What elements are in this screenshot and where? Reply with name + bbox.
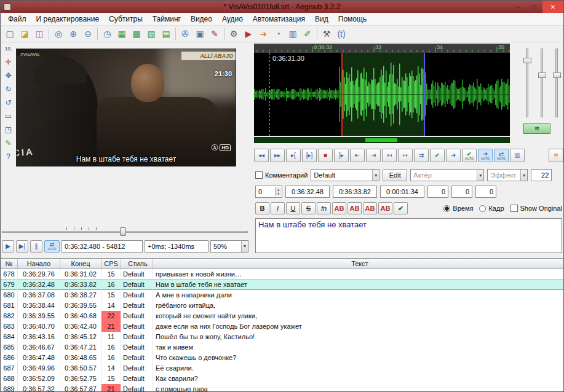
zoom-out-icon[interactable]: ⊖ bbox=[81, 27, 95, 41]
menu-item-5[interactable]: Видео bbox=[186, 14, 217, 25]
audio-timeline-ruler[interactable]: 0:36:32333435 bbox=[254, 44, 510, 53]
radio-icon[interactable] bbox=[479, 205, 486, 212]
grid-row-681[interactable]: 6810:36:38.440:36:39.5514Defaultгрёбаног… bbox=[1, 300, 564, 311]
audio-waveform[interactable]: 0:36:31.30 bbox=[254, 53, 510, 136]
help[interactable]: ? bbox=[2, 151, 15, 163]
sort-lines-icon[interactable]: ▤ bbox=[159, 27, 173, 41]
seek-thumb[interactable] bbox=[120, 227, 126, 236]
video-seek-slider[interactable] bbox=[2, 227, 248, 237]
play-before-selection-button[interactable]: ▸[ bbox=[286, 149, 301, 162]
auto-seek-toggle[interactable]: ⇄ AUTO bbox=[44, 240, 60, 253]
stop-button[interactable]: ■ bbox=[318, 149, 333, 162]
close-button[interactable]: ✕ bbox=[542, 1, 563, 13]
commit-changes-button[interactable]: ✔ bbox=[430, 149, 445, 162]
auto-next-line-button[interactable]: ➜AUTO bbox=[478, 149, 493, 162]
karaoke-mode-button[interactable]: ≣ bbox=[549, 149, 563, 162]
grid-row-684[interactable]: 6840:36:43.160:36:45.1211DefaultПошёл бы… bbox=[1, 332, 564, 342]
grid-row-679[interactable]: 6790:36:32.480:36:33.8216DefaultНам в шт… bbox=[1, 280, 564, 290]
go-to-selection-button[interactable]: ➜ bbox=[446, 149, 461, 162]
layer-spinner[interactable]: 0 ▲▼ bbox=[255, 186, 282, 198]
menu-item-6[interactable]: Аудио bbox=[217, 14, 248, 25]
primary-color-button[interactable]: AB bbox=[332, 202, 346, 214]
open-subtitles-icon[interactable]: ◪ bbox=[17, 27, 32, 41]
video-zoom-combo[interactable]: 50% ▾ bbox=[210, 240, 248, 253]
new-subtitles-icon[interactable]: ▢ bbox=[2, 27, 17, 41]
auto-commit-button[interactable]: ✔AUTO bbox=[462, 149, 477, 162]
chevron-down-icon[interactable]: ▾ bbox=[520, 170, 527, 181]
commit-next-icon[interactable]: ➔ bbox=[256, 27, 271, 41]
slider-thumb[interactable] bbox=[553, 73, 561, 78]
shadow-color-button[interactable]: AB bbox=[378, 202, 392, 214]
header-start[interactable]: Начало bbox=[18, 259, 60, 269]
edit-style-button[interactable]: Edit bbox=[383, 169, 407, 181]
grid-row-686[interactable]: 6860:36:47.480:36:48.6516DefaultЧто скаж… bbox=[1, 353, 564, 363]
play-selection-button[interactable]: [▸] bbox=[302, 149, 317, 162]
header-end[interactable]: Конец bbox=[60, 259, 101, 269]
commit-button[interactable]: ✔ bbox=[394, 202, 408, 214]
grid-row-683[interactable]: 6830:36:40.700:36:42.4021Defaultдаже есл… bbox=[1, 321, 564, 332]
grid-row-688[interactable]: 6880:36:52.090:36:52.7515DefaultКак свар… bbox=[1, 374, 564, 384]
scale-tool[interactable]: ▭ bbox=[2, 110, 15, 122]
link-zoom-volume-button[interactable]: ≋ bbox=[523, 123, 550, 134]
select-visible-lines-icon[interactable]: ▧ bbox=[144, 27, 159, 41]
styles-manager-icon[interactable]: ✐ bbox=[300, 27, 315, 41]
spinner-arrows-icon[interactable]: ▲▼ bbox=[275, 187, 281, 196]
checkbox-icon[interactable] bbox=[510, 205, 518, 212]
attachments-icon[interactable]: ✇ bbox=[178, 27, 193, 41]
grid-row-680[interactable]: 6800:36:37.080:36:38.2715DefaultА мне в … bbox=[1, 290, 564, 300]
play-to-end-button[interactable]: ⇉ bbox=[414, 149, 429, 162]
font-name-button[interactable]: fn bbox=[317, 202, 331, 214]
menu-item-7[interactable]: Автоматизация bbox=[248, 14, 310, 25]
grid-row-685[interactable]: 6850:36:46.670:36:47.2116Defaultтак и жи… bbox=[1, 342, 564, 353]
menu-item-1[interactable]: Файл bbox=[3, 14, 31, 25]
spell-checker-icon[interactable]: ✎ bbox=[207, 27, 222, 41]
header-number[interactable]: № bbox=[1, 259, 18, 269]
checkbox-icon[interactable] bbox=[255, 171, 263, 179]
duration-field[interactable]: 0:00:01.34 bbox=[380, 186, 424, 198]
resample-resolution-icon[interactable]: ▥ bbox=[285, 27, 300, 41]
play-last-500ms-button[interactable]: ⇥ bbox=[366, 149, 381, 162]
margin-vertical-field[interactable]: 0 bbox=[475, 186, 496, 198]
show-original-checkbox[interactable]: Show Original bbox=[510, 205, 562, 212]
maximize-button[interactable]: □ bbox=[526, 1, 542, 13]
play-500ms-after-button[interactable]: ↦ bbox=[398, 149, 413, 162]
menu-item-4[interactable]: Тайминг bbox=[148, 14, 186, 25]
open-video-icon[interactable]: ▣ bbox=[193, 27, 207, 41]
spectrum-analyzer-mode-button[interactable]: ▥ bbox=[510, 149, 525, 162]
zoom-in-icon[interactable]: ⊕ bbox=[66, 27, 81, 41]
grid-row-689[interactable]: 6890:36:57.320:36:57.8721Defaultс помощь… bbox=[1, 384, 564, 392]
radio-icon[interactable] bbox=[443, 205, 450, 212]
clip-tool[interactable]: ◳ bbox=[2, 123, 15, 136]
actor-combo[interactable]: Актёр ▾ bbox=[410, 169, 484, 181]
margin-right-field[interactable]: 0 bbox=[451, 186, 472, 198]
scroll-right-button[interactable]: ▸▸ bbox=[270, 149, 285, 162]
standard-tool[interactable]: ✛ bbox=[2, 56, 15, 68]
header-style[interactable]: Стиль bbox=[121, 259, 153, 269]
underline-button[interactable]: U bbox=[286, 202, 300, 214]
snap-start-to-video-icon[interactable]: ▦ bbox=[114, 27, 129, 41]
time-mode-radio[interactable]: Время bbox=[443, 205, 473, 212]
outline-color-button[interactable]: AB bbox=[363, 202, 377, 214]
snap-end-to-video-icon[interactable]: ▩ bbox=[129, 27, 144, 41]
play-video-icon[interactable]: ▶ bbox=[241, 27, 256, 41]
jump-to-icon[interactable]: ◎ bbox=[51, 27, 66, 41]
frame-mode-radio[interactable]: Кадр bbox=[479, 205, 504, 212]
header-text[interactable]: Текст bbox=[153, 259, 564, 269]
chevron-down-icon[interactable]: ▾ bbox=[241, 241, 248, 252]
menu-item-3[interactable]: Субтитры bbox=[104, 14, 148, 25]
shift-times-icon[interactable]: ◷ bbox=[100, 27, 114, 41]
automation-icon[interactable]: ⚙ bbox=[226, 27, 241, 41]
start-time-field[interactable]: 0:36:32.48 bbox=[285, 186, 330, 198]
scroll-left-button[interactable]: ◂◂ bbox=[254, 149, 269, 162]
chevron-down-icon[interactable]: ▾ bbox=[477, 170, 483, 181]
grid-row-678[interactable]: 6780:36:29.760:36:31.0215Defaultпривыкае… bbox=[1, 269, 564, 280]
margin-left-field[interactable]: 0 bbox=[427, 186, 448, 198]
audio-scrollbar[interactable] bbox=[254, 137, 510, 143]
shift-times-dialog-icon[interactable]: ◔ bbox=[271, 27, 285, 41]
drag-tool[interactable]: ✥ bbox=[2, 69, 15, 82]
zoom-value-label[interactable]: 10, bbox=[2, 42, 15, 55]
play-button[interactable]: ▶ bbox=[2, 240, 14, 253]
end-time-field[interactable]: 0:36:33.82 bbox=[333, 186, 377, 198]
auto-scroll-button[interactable]: ⇄AUTO bbox=[494, 149, 509, 162]
italic-button[interactable]: I bbox=[271, 202, 285, 214]
